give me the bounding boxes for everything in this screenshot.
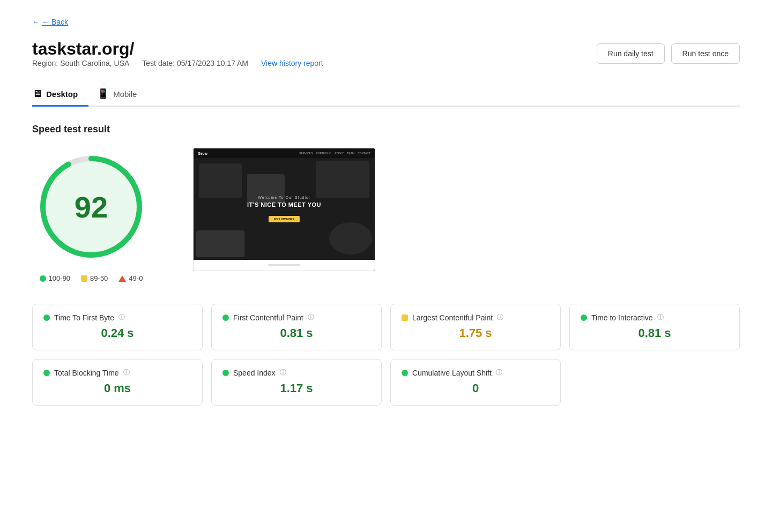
metric-value-si: 1.17 s — [222, 381, 370, 395]
screenshot-area: Grow SERVICES PORTFOLIO ABOUT TEAM CONTA… — [193, 148, 375, 271]
metric-value-tbt: 0 ms — [43, 381, 191, 395]
metric-header-tti: Time to Interactive ⓘ — [581, 313, 729, 322]
tab-desktop[interactable]: 🖥 Desktop — [32, 83, 88, 107]
metric-header-lcp: Largest Contentful Paint ⓘ — [402, 313, 550, 322]
screenshot-footer-bar — [268, 264, 300, 266]
metric-info-fcp[interactable]: ⓘ — [308, 313, 314, 322]
legend-range-red: 49-0 — [129, 274, 143, 282]
hero-area: Welcome To Our Studio! IT'S NICE TO MEET… — [194, 158, 375, 260]
metric-header-si: Speed Index ⓘ — [222, 368, 370, 377]
hero-content: Welcome To Our Studio! IT'S NICE TO MEET… — [247, 196, 321, 222]
metric-dot-tti — [581, 314, 587, 321]
metric-value-ttfb: 0.24 s — [43, 326, 191, 340]
legend-item-green: 100-90 — [40, 274, 70, 282]
score-area: 92 100-90 89-50 49-0 — [32, 148, 150, 282]
metric-label-tti: Time to Interactive — [591, 313, 653, 322]
view-history-link[interactable]: View history report — [261, 59, 323, 68]
metric-dot-cls — [402, 370, 408, 376]
metrics-grid-row2: Total Blocking Time ⓘ 0 ms Speed Index ⓘ… — [32, 359, 740, 406]
mockup-nav: Grow SERVICES PORTFOLIO ABOUT TEAM CONTA… — [194, 148, 375, 158]
mockup-nav-link-contact: CONTACT — [358, 152, 370, 155]
metric-dot-si — [222, 370, 229, 376]
metric-info-tti[interactable]: ⓘ — [657, 313, 664, 322]
legend-range-green: 100-90 — [49, 274, 70, 282]
tab-desktop-label: Desktop — [46, 89, 78, 99]
hero-cta: FOLLOW MORE — [269, 216, 300, 222]
metric-label-lcp: Largest Contentful Paint — [412, 313, 493, 322]
metric-info-tbt[interactable]: ⓘ — [123, 368, 130, 377]
legend-square-yellow — [81, 275, 87, 282]
metric-header-cls: Cumulative Layout Shift ⓘ — [402, 368, 550, 377]
header-row: taskstar.org/ Region: South Carolina, US… — [32, 39, 740, 78]
legend-item-red: 49-0 — [118, 274, 143, 282]
site-title: taskstar.org/ — [32, 39, 323, 59]
metric-dot-lcp — [402, 314, 408, 321]
product-img-3 — [196, 230, 244, 257]
metric-header-fcp: First Contentful Paint ⓘ — [222, 313, 370, 322]
mockup-nav-link-about: ABOUT — [335, 152, 344, 155]
metric-value-tti: 0.81 s — [581, 326, 729, 340]
mockup-nav-link-portfolio: PORTFOLIO — [316, 152, 331, 155]
header-buttons: Run daily test Run test once — [597, 43, 740, 64]
metric-dot-tbt — [43, 370, 50, 376]
metric-label-si: Speed Index — [233, 369, 276, 377]
metric-card-fcp: First Contentful Paint ⓘ 0.81 s — [211, 304, 382, 350]
tab-mobile-label: Mobile — [113, 89, 137, 99]
legend-range-yellow: 89-50 — [90, 274, 108, 282]
tabs-row: 🖥 Desktop 📱 Mobile — [32, 83, 740, 107]
run-test-once-button[interactable]: Run test once — [671, 43, 740, 64]
metric-card-si: Speed Index ⓘ 1.17 s — [211, 359, 382, 406]
tab-mobile[interactable]: 📱 Mobile — [97, 83, 147, 107]
legend-triangle-red — [118, 275, 126, 282]
meta-row: Region: South Carolina, USA Test date: 0… — [32, 59, 323, 68]
metric-header-ttfb: Time To First Byte ⓘ — [43, 313, 191, 322]
metric-card-lcp: Largest Contentful Paint ⓘ 1.75 s — [390, 304, 561, 350]
desktop-icon: 🖥 — [32, 88, 42, 100]
screenshot-footer — [194, 260, 375, 271]
metric-card-cls: Cumulative Layout Shift ⓘ 0 — [390, 359, 561, 406]
hero-subtitle: Welcome To Our Studio! — [247, 196, 321, 199]
score-gauge: 92 — [32, 148, 150, 266]
back-link[interactable]: ← ← Back — [32, 18, 68, 26]
metric-label-fcp: First Contentful Paint — [233, 313, 303, 322]
legend-dot-green — [40, 275, 46, 282]
run-daily-test-button[interactable]: Run daily test — [597, 43, 665, 64]
speed-result-area: 92 100-90 89-50 49-0 Grow — [32, 148, 740, 282]
metric-label-tbt: Total Blocking Time — [54, 369, 119, 377]
legend: 100-90 89-50 49-0 — [40, 274, 143, 282]
metric-value-cls: 0 — [402, 381, 550, 395]
empty-cell — [569, 359, 740, 406]
mobile-icon: 📱 — [97, 88, 109, 100]
gauge-score: 92 — [75, 190, 108, 224]
metric-header-tbt: Total Blocking Time ⓘ — [43, 368, 191, 377]
screenshot-mockup: Grow SERVICES PORTFOLIO ABOUT TEAM CONTA… — [194, 148, 375, 260]
metric-card-tbt: Total Blocking Time ⓘ 0 ms — [32, 359, 203, 406]
metric-value-lcp: 1.75 s — [402, 326, 550, 340]
hero-title: IT'S NICE TO MEET YOU — [247, 201, 321, 208]
site-info: taskstar.org/ Region: South Carolina, US… — [32, 39, 323, 78]
metric-dot-ttfb — [43, 314, 50, 321]
metric-value-fcp: 0.81 s — [222, 326, 370, 340]
mockup-nav-links: SERVICES PORTFOLIO ABOUT TEAM CONTACT — [299, 152, 370, 155]
region-label: Region: South Carolina, USA — [32, 59, 129, 68]
screenshot-box: Grow SERVICES PORTFOLIO ABOUT TEAM CONTA… — [193, 148, 375, 271]
metric-card-ttfb: Time To First Byte ⓘ 0.24 s — [32, 304, 203, 350]
metric-info-cls[interactable]: ⓘ — [496, 368, 502, 377]
metric-label-ttfb: Time To First Byte — [54, 313, 114, 322]
mockup-nav-link-team: TEAM — [347, 152, 354, 155]
test-date-label: Test date: 05/17/2023 10:17 AM — [142, 59, 248, 68]
back-arrow-icon: ← — [32, 18, 40, 26]
metric-card-tti: Time to Interactive ⓘ 0.81 s — [569, 304, 740, 350]
product-img-1 — [199, 163, 242, 198]
metric-label-cls: Cumulative Layout Shift — [412, 369, 492, 377]
legend-item-yellow: 89-50 — [81, 274, 108, 282]
metric-info-lcp[interactable]: ⓘ — [497, 313, 503, 322]
metric-info-si[interactable]: ⓘ — [280, 368, 286, 377]
product-img-2 — [316, 161, 369, 198]
metric-info-ttfb[interactable]: ⓘ — [118, 313, 125, 322]
product-img-4 — [329, 222, 372, 254]
mockup-nav-logo: Grow — [198, 152, 207, 155]
mockup-nav-link-services: SERVICES — [299, 152, 313, 155]
metric-dot-fcp — [222, 314, 229, 321]
section-title: Speed test result — [32, 124, 740, 135]
